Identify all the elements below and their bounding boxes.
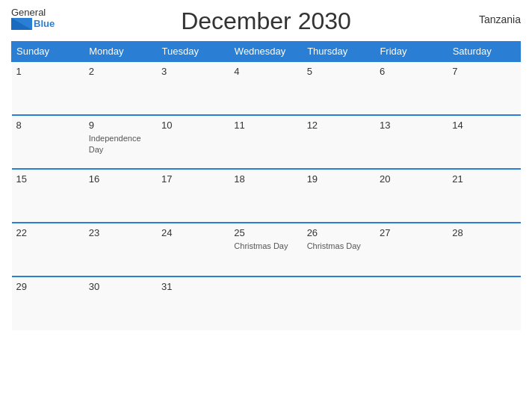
day-cell: 9Independence Day bbox=[84, 115, 157, 169]
day-number: 16 bbox=[89, 173, 152, 185]
day-cell: 22 bbox=[12, 223, 84, 276]
day-cell: 19 bbox=[303, 169, 375, 223]
weekday-header-row: Sunday Monday Tuesday Wednesday Thursday… bbox=[12, 42, 521, 62]
day-number: 1 bbox=[16, 66, 80, 77]
calendar-title: December 2030 bbox=[181, 7, 351, 35]
week-row-1: 1234567 bbox=[12, 61, 521, 115]
day-cell: 31 bbox=[157, 276, 229, 330]
day-number: 31 bbox=[161, 281, 225, 292]
day-number: 3 bbox=[161, 66, 225, 77]
day-number: 28 bbox=[452, 227, 516, 238]
day-cell: 8 bbox=[12, 115, 84, 169]
day-number: 13 bbox=[380, 120, 443, 131]
logo-blue-text: Blue bbox=[34, 19, 55, 28]
week-row-4: 22232425Christmas Day26Christmas Day2728 bbox=[12, 223, 521, 276]
week-row-3: 15161718192021 bbox=[12, 169, 521, 223]
day-cell: 25Christmas Day bbox=[229, 223, 302, 276]
day-number: 4 bbox=[234, 66, 297, 77]
day-number: 5 bbox=[307, 66, 371, 77]
day-cell: 13 bbox=[375, 115, 448, 169]
day-number: 24 bbox=[161, 227, 225, 238]
day-cell: 1 bbox=[12, 61, 84, 115]
header-thursday: Thursday bbox=[303, 42, 375, 62]
day-number: 10 bbox=[161, 120, 225, 131]
day-cell: 15 bbox=[12, 169, 84, 223]
day-number: 20 bbox=[380, 173, 443, 185]
week-row-2: 89Independence Day1011121314 bbox=[12, 115, 521, 169]
day-cell bbox=[448, 276, 520, 330]
day-cell bbox=[229, 276, 302, 330]
day-cell: 23 bbox=[84, 223, 157, 276]
holiday-label: Christmas Day bbox=[307, 241, 361, 250]
day-cell: 2 bbox=[84, 61, 157, 115]
logo-flag-icon bbox=[11, 18, 32, 30]
day-number: 2 bbox=[89, 66, 152, 77]
header-tuesday: Tuesday bbox=[157, 42, 229, 62]
week-row-5: 293031 bbox=[12, 276, 521, 330]
header-friday: Friday bbox=[375, 42, 448, 62]
day-cell: 7 bbox=[448, 61, 520, 115]
day-cell: 11 bbox=[229, 115, 302, 169]
day-number: 15 bbox=[16, 173, 80, 185]
day-number: 12 bbox=[307, 120, 371, 131]
day-number: 23 bbox=[89, 227, 152, 238]
day-cell: 28 bbox=[448, 223, 520, 276]
day-cell: 21 bbox=[448, 169, 520, 223]
country-label: Tanzania bbox=[479, 13, 521, 25]
day-cell: 24 bbox=[157, 223, 229, 276]
header-sunday: Sunday bbox=[12, 42, 84, 62]
day-cell: 14 bbox=[448, 115, 520, 169]
day-number: 7 bbox=[452, 66, 516, 77]
logo-general-text: General bbox=[11, 7, 46, 17]
day-cell: 17 bbox=[157, 169, 229, 223]
day-cell bbox=[303, 276, 375, 330]
day-cell: 16 bbox=[84, 169, 157, 223]
holiday-label: Christmas Day bbox=[234, 241, 288, 250]
logo: General Blue bbox=[11, 7, 55, 30]
day-cell: 20 bbox=[375, 169, 448, 223]
header-monday: Monday bbox=[84, 42, 157, 62]
day-number: 18 bbox=[234, 173, 297, 185]
day-number: 6 bbox=[380, 66, 443, 77]
day-number: 14 bbox=[452, 120, 516, 131]
header-wednesday: Wednesday bbox=[229, 42, 302, 62]
day-cell: 10 bbox=[157, 115, 229, 169]
day-number: 22 bbox=[16, 227, 80, 238]
calendar-header: General Blue December 2030 Tanzania bbox=[11, 7, 521, 35]
day-number: 11 bbox=[234, 120, 297, 131]
day-cell bbox=[375, 276, 448, 330]
day-number: 29 bbox=[16, 281, 80, 292]
calendar-container: General Blue December 2030 Tanzania Sund… bbox=[0, 0, 532, 411]
day-cell: 6 bbox=[375, 61, 448, 115]
day-cell: 27 bbox=[375, 223, 448, 276]
day-number: 30 bbox=[89, 281, 152, 292]
day-number: 26 bbox=[307, 227, 371, 238]
day-cell: 5 bbox=[303, 61, 375, 115]
day-cell: 26Christmas Day bbox=[303, 223, 375, 276]
day-number: 19 bbox=[307, 173, 371, 185]
day-number: 8 bbox=[16, 120, 80, 131]
day-number: 25 bbox=[234, 227, 297, 238]
day-number: 17 bbox=[161, 173, 225, 185]
day-cell: 29 bbox=[12, 276, 84, 330]
day-cell: 18 bbox=[229, 169, 302, 223]
calendar-table: Sunday Monday Tuesday Wednesday Thursday… bbox=[11, 41, 521, 330]
header-saturday: Saturday bbox=[448, 42, 520, 62]
holiday-label: Independence Day bbox=[89, 134, 141, 154]
day-cell: 12 bbox=[303, 115, 375, 169]
day-number: 9 bbox=[89, 120, 152, 131]
day-number: 21 bbox=[452, 173, 516, 185]
day-number: 27 bbox=[380, 227, 443, 238]
day-cell: 30 bbox=[84, 276, 157, 330]
day-cell: 3 bbox=[157, 61, 229, 115]
day-cell: 4 bbox=[229, 61, 302, 115]
